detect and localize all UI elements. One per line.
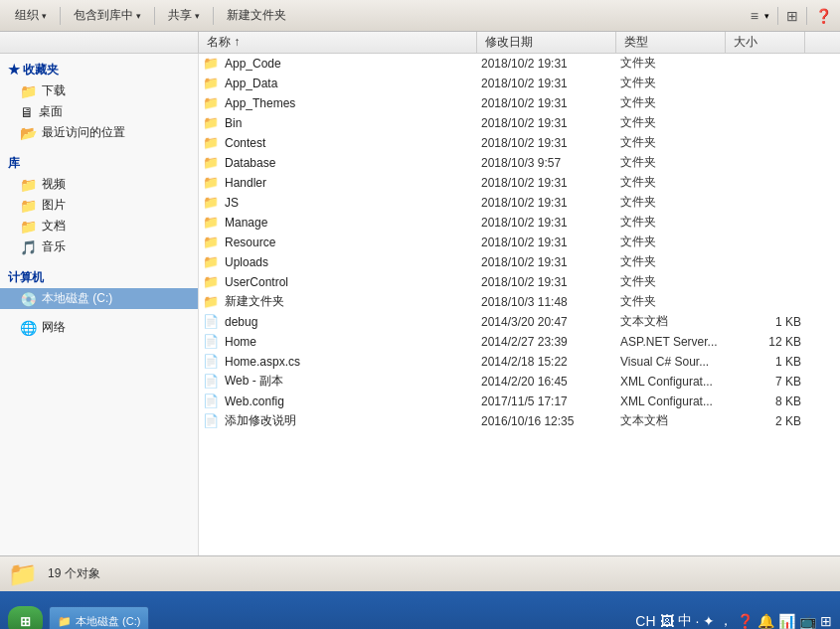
music-icon: 🎵 (20, 239, 37, 255)
file-icon-2: 📁 (203, 95, 221, 110)
file-date-2: 2018/10/2 19:31 (481, 96, 620, 110)
taskbar-window-button[interactable]: 📁 本地磁盘 (C:) (49, 606, 149, 629)
file-type-13: 文本文档 (620, 313, 730, 330)
table-row[interactable]: 📄 添加修改说明 2016/10/16 12:35 文本文档 2 KB (199, 411, 840, 431)
include-lib-label: 包含到库中 (74, 7, 133, 24)
toolbar: 组织 ▾ 包含到库中 ▾ 共享 ▾ 新建文件夹 ≡ ▾ ⊞ ❓ (0, 0, 840, 32)
sidebar-item-video[interactable]: 📁 视频 (0, 174, 198, 195)
col-header-date[interactable]: 修改日期 (477, 32, 616, 53)
tray-img-icon[interactable]: 🖼 (660, 613, 674, 629)
tray-star-icon[interactable]: ✦ (703, 613, 715, 629)
sep2 (154, 7, 155, 25)
table-row[interactable]: 📁 Database 2018/10/3 9:57 文件夹 (199, 153, 840, 173)
file-name-2: App_Themes (225, 96, 481, 110)
file-size-18: 2 KB (730, 414, 809, 428)
sep4 (777, 7, 778, 25)
file-name-13: debug (225, 315, 481, 329)
file-date-9: 2018/10/2 19:31 (481, 236, 620, 249)
file-date-4: 2018/10/2 19:31 (481, 136, 620, 150)
sidebar-item-download[interactable]: 📁 下载 (0, 80, 198, 101)
table-row[interactable]: 📄 Web.config 2017/11/5 17:17 XML Configu… (199, 392, 840, 411)
sidebar-divider-2 (0, 257, 198, 265)
sidebar-item-music[interactable]: 🎵 音乐 (0, 236, 198, 257)
col-header-name[interactable]: 名称 ↑ (199, 32, 477, 53)
disk-icon: 💿 (20, 291, 37, 307)
file-date-6: 2018/10/2 19:31 (481, 176, 620, 190)
table-row[interactable]: 📁 Manage 2018/10/2 19:31 文件夹 (199, 213, 840, 233)
start-button[interactable]: ⊞ (8, 606, 43, 629)
file-icon-8: 📁 (203, 215, 221, 230)
file-list[interactable]: 📁 App_Code 2018/10/2 19:31 文件夹 📁 App_Dat… (199, 54, 840, 555)
new-folder-button[interactable]: 新建文件夹 (220, 4, 293, 27)
table-row[interactable]: 📁 App_Themes 2018/10/2 19:31 文件夹 (199, 93, 840, 113)
video-icon: 📁 (20, 177, 37, 193)
file-type-4: 文件夹 (620, 134, 730, 151)
file-name-5: Database (225, 156, 481, 170)
file-icon-16: 📄 (203, 374, 221, 389)
view-details-icon[interactable]: ⊞ (786, 8, 798, 24)
sidebar-item-recent[interactable]: 📂 最近访问的位置 (0, 122, 198, 143)
table-row[interactable]: 📄 Web - 副本 2014/2/20 16:45 XML Configura… (199, 372, 840, 392)
taskbar-window-label: 本地磁盘 (C:) (76, 614, 140, 629)
new-folder-label: 新建文件夹 (227, 7, 286, 24)
file-icon-6: 📁 (203, 175, 221, 190)
tray-extra-icons[interactable]: ❓ 🔔 📊 📺 ⊞ (737, 613, 832, 629)
file-name-17: Web.config (225, 394, 481, 408)
folder-icon: 📁 (20, 83, 37, 99)
table-row[interactable]: 📁 Bin 2018/10/2 19:31 文件夹 (199, 113, 840, 133)
organize-button[interactable]: 组织 ▾ (8, 4, 54, 27)
table-row[interactable]: 📁 App_Data 2018/10/2 19:31 文件夹 (199, 74, 840, 93)
table-row[interactable]: 📁 JS 2018/10/2 19:31 文件夹 (199, 193, 840, 213)
table-row[interactable]: 📄 debug 2014/3/20 20:47 文本文档 1 KB (199, 312, 840, 332)
col-header-size[interactable]: 大小 (726, 32, 805, 53)
view-list-icon[interactable]: ≡ (751, 8, 758, 24)
file-date-10: 2018/10/2 19:31 (481, 255, 620, 269)
tray-ch-icon[interactable]: CH (635, 613, 655, 629)
sidebar-item-local-disk[interactable]: 💿 本地磁盘 (C:) (0, 288, 198, 309)
file-date-15: 2014/2/18 15:22 (481, 355, 620, 369)
view-arrow[interactable]: ▾ (764, 11, 769, 21)
help-icon[interactable]: ❓ (815, 8, 832, 24)
file-date-13: 2014/3/20 20:47 (481, 315, 620, 329)
file-name-16: Web - 副本 (225, 373, 481, 390)
tray-cn-icon[interactable]: 中 (678, 612, 692, 629)
table-row[interactable]: 📁 新建文件夹 2018/10/3 11:48 文件夹 (199, 292, 840, 312)
file-icon-17: 📄 (203, 393, 221, 408)
file-icon-9: 📁 (203, 235, 221, 249)
table-row[interactable]: 📄 Home.aspx.cs 2014/2/18 15:22 Visual C#… (199, 352, 840, 372)
file-name-11: UserControl (225, 275, 481, 289)
col-header-type[interactable]: 类型 (616, 32, 726, 53)
sidebar-item-pictures[interactable]: 📁 图片 (0, 195, 198, 216)
file-type-17: XML Configurat... (620, 394, 730, 408)
file-name-4: Contest (225, 136, 481, 150)
file-icon-0: 📁 (203, 56, 221, 71)
table-row[interactable]: 📁 Handler 2018/10/2 19:31 文件夹 (199, 173, 840, 193)
sidebar-item-network[interactable]: 🌐 网络 (0, 317, 198, 338)
share-button[interactable]: 共享 ▾ (161, 4, 207, 27)
table-row[interactable]: 📄 Home 2014/2/27 23:39 ASP.NET Server...… (199, 332, 840, 352)
status-bar: 📁 19 个对象 (0, 555, 840, 591)
table-row[interactable]: 📁 App_Code 2018/10/2 19:31 文件夹 (199, 54, 840, 74)
table-row[interactable]: 📁 Resource 2018/10/2 19:31 文件夹 (199, 233, 840, 252)
file-name-7: JS (225, 196, 481, 210)
sidebar-item-desktop[interactable]: 🖥 桌面 (0, 101, 198, 122)
share-label: 共享 (168, 7, 192, 24)
file-icon-7: 📁 (203, 195, 221, 210)
file-date-1: 2018/10/2 19:31 (481, 77, 620, 90)
include-lib-button[interactable]: 包含到库中 ▾ (67, 4, 148, 27)
table-row[interactable]: 📁 Uploads 2018/10/2 19:31 文件夹 (199, 252, 840, 272)
taskbar-right: CH 🖼 中 · ✦ ， ❓ 🔔 📊 📺 ⊞ (635, 612, 832, 629)
sidebar-favorites-title: ★ 收藏夹 (0, 58, 198, 80)
file-name-10: Uploads (225, 255, 481, 269)
file-type-9: 文件夹 (620, 234, 730, 250)
table-row[interactable]: 📁 Contest 2018/10/2 19:31 文件夹 (199, 133, 840, 153)
windows-logo: ⊞ (20, 614, 31, 629)
file-icon-4: 📁 (203, 135, 221, 150)
organize-label: 组织 (15, 7, 39, 24)
table-row[interactable]: 📁 UserControl 2018/10/2 19:31 文件夹 (199, 272, 840, 292)
file-name-0: App_Code (225, 57, 481, 71)
file-date-17: 2017/11/5 17:17 (481, 394, 620, 408)
file-icon-1: 📁 (203, 76, 221, 90)
taskbar: ⊞ 📁 本地磁盘 (C:) CH 🖼 中 · ✦ ， ❓ 🔔 📊 📺 ⊞ (0, 591, 840, 629)
sidebar-item-documents[interactable]: 📁 文档 (0, 216, 198, 236)
